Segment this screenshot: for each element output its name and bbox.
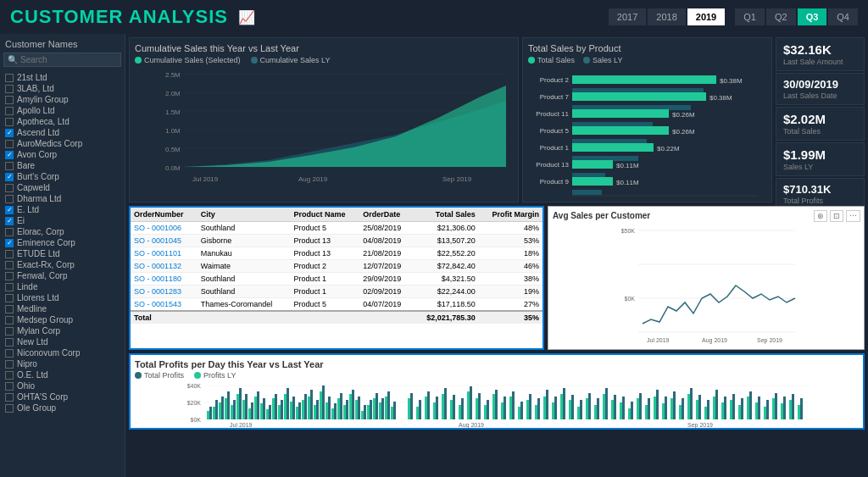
year-2017-btn[interactable]: 2017 — [609, 8, 646, 25]
sidebar-item[interactable]: Ohio — [3, 380, 121, 391]
q4-btn[interactable]: Q4 — [828, 8, 858, 25]
svg-rect-193 — [682, 398, 684, 419]
svg-rect-152 — [509, 397, 512, 419]
sidebar-item[interactable]: Linde — [3, 281, 121, 292]
svg-rect-175 — [605, 388, 608, 419]
sidebar-item[interactable]: ✓E. Ltd — [3, 204, 121, 215]
table-cell: Thames-Coromandel — [198, 298, 291, 312]
sidebar-item[interactable]: Apotheca, Ltd — [3, 116, 121, 127]
svg-rect-157 — [529, 394, 531, 419]
checkbox[interactable] — [5, 272, 14, 280]
checkbox[interactable] — [5, 283, 14, 291]
sidebar-item[interactable]: O.E. Ltd — [3, 369, 121, 380]
year-2018-btn[interactable]: 2018 — [648, 8, 685, 25]
checkbox[interactable] — [5, 228, 14, 236]
table-cell: SO - 0001045 — [131, 235, 198, 247]
sidebar-item[interactable]: OHTA'S Corp — [3, 391, 121, 402]
checkbox[interactable] — [5, 96, 14, 104]
svg-text:Jul 2019: Jul 2019 — [647, 337, 670, 343]
sidebar-item[interactable]: 21st Ltd — [3, 72, 121, 83]
sidebar-item[interactable]: ✓Avon Corp — [3, 149, 121, 160]
svg-rect-68 — [231, 405, 233, 419]
svg-rect-184 — [645, 405, 648, 419]
checkbox[interactable] — [5, 118, 14, 126]
checkbox[interactable]: ✓ — [5, 151, 14, 159]
table-row[interactable]: SO - 0001543Thames-CoromandelProduct 504… — [131, 298, 542, 312]
checkbox[interactable]: ✓ — [5, 129, 14, 137]
checkbox[interactable] — [5, 261, 14, 269]
sidebar-item[interactable]: ✓Burt's Corp — [3, 171, 121, 182]
checkbox[interactable] — [5, 74, 14, 82]
sidebar-item[interactable]: Exact-Rx, Corp — [3, 259, 121, 270]
checkbox[interactable] — [5, 338, 14, 347]
sidebar-item[interactable]: Bare — [3, 160, 121, 171]
sidebar-item[interactable]: ETUDE Ltd — [3, 248, 121, 259]
sidebar-item[interactable]: New Ltd — [3, 336, 121, 347]
sidebar-item[interactable]: ✓Ei — [3, 215, 121, 226]
sidebar-item-label: Apollo Ltd — [17, 106, 54, 115]
sidebar-item[interactable]: Elorac, Corp — [3, 226, 121, 237]
svg-rect-102 — [245, 394, 248, 419]
total-cell — [359, 311, 413, 324]
sidebar-item[interactable]: Llorens Ltd — [3, 292, 121, 303]
checkbox[interactable] — [5, 184, 14, 192]
checkbox[interactable] — [5, 107, 14, 115]
sidebar-item[interactable]: Amylin Group — [3, 94, 121, 105]
checkbox[interactable] — [5, 195, 14, 203]
sidebar-item[interactable]: Medsep Group — [3, 314, 121, 325]
checkbox[interactable] — [5, 393, 14, 402]
sidebar-item[interactable]: AuroMedics Corp — [3, 138, 121, 149]
expand-btn[interactable]: ⊡ — [830, 210, 843, 222]
checkbox[interactable] — [5, 140, 14, 148]
svg-text:Product 11: Product 11 — [536, 110, 569, 118]
sidebar-item[interactable]: Nipro — [3, 358, 121, 369]
table-row[interactable]: SO - 0001045GisborneProduct 1304/08/2019… — [131, 235, 542, 247]
table-row[interactable]: SO - 0001132WaimateProduct 212/07/2019$7… — [131, 260, 542, 273]
q2-btn[interactable]: Q2 — [766, 8, 796, 25]
table-row[interactable]: SO - 0001283SouthlandProduct 102/09/2019… — [131, 286, 542, 298]
checkbox[interactable]: ✓ — [5, 206, 14, 214]
sidebar-item[interactable]: ✓Eminence Corp — [3, 237, 121, 248]
checkbox[interactable] — [5, 85, 14, 93]
svg-rect-99 — [227, 391, 230, 419]
sidebar-item[interactable]: Apollo Ltd — [3, 105, 121, 116]
metric-total-profits-value: $710.31K — [783, 183, 857, 196]
svg-rect-64 — [207, 411, 209, 419]
q1-btn[interactable]: Q1 — [735, 8, 765, 25]
checkbox[interactable]: ✓ — [5, 217, 14, 225]
table-row[interactable]: SO - 0001006SouthlandProduct 525/08/2019… — [131, 222, 542, 235]
checkbox[interactable] — [5, 349, 14, 358]
checkbox[interactable] — [5, 294, 14, 302]
avg-sales-chart: Avg Sales per Customer ⊛ ⊡ ⋯ $50K $0K — [548, 206, 865, 350]
sidebar-item[interactable]: Fenwal, Corp — [3, 270, 121, 281]
sidebar-item[interactable]: Dharma Ltd — [3, 193, 121, 204]
checkbox[interactable] — [5, 382, 14, 391]
q3-btn[interactable]: Q3 — [798, 8, 827, 25]
sidebar-item[interactable]: ✓Ascend Ltd — [3, 127, 121, 138]
checkbox[interactable]: ✓ — [5, 173, 14, 181]
filter-btn[interactable]: ⊛ — [814, 210, 827, 222]
sidebar-item[interactable]: Niconovum Corp — [3, 347, 121, 358]
checkbox[interactable] — [5, 162, 14, 170]
checkbox[interactable] — [5, 316, 14, 324]
year-2019-btn[interactable]: 2019 — [687, 8, 725, 25]
sidebar-item[interactable]: Ole Group — [3, 402, 121, 413]
table-row[interactable]: SO - 0001101ManukauProduct 1321/08/2019$… — [131, 247, 542, 260]
checkbox[interactable] — [5, 371, 14, 380]
sidebar-item[interactable]: Medline — [3, 303, 121, 314]
sidebar-item[interactable]: Mylan Corp — [3, 325, 121, 336]
checkbox[interactable]: ✓ — [5, 239, 14, 247]
customer-search[interactable]: 🔍 — [3, 53, 121, 67]
table-row[interactable]: SO - 0001180SouthlandProduct 129/09/2019… — [131, 273, 542, 286]
sidebar-item[interactable]: Capweld — [3, 182, 121, 193]
sidebar-item[interactable]: 3LAB, Ltd — [3, 83, 121, 94]
table-cell: 27% — [479, 298, 542, 312]
checkbox[interactable] — [5, 250, 14, 258]
checkbox[interactable] — [5, 305, 14, 313]
checkbox[interactable] — [5, 360, 14, 369]
more-btn[interactable]: ⋯ — [846, 210, 860, 222]
search-input[interactable] — [20, 55, 117, 64]
table-cell: SO - 0001006 — [131, 222, 198, 235]
checkbox[interactable] — [5, 404, 14, 413]
checkbox[interactable] — [5, 327, 14, 336]
